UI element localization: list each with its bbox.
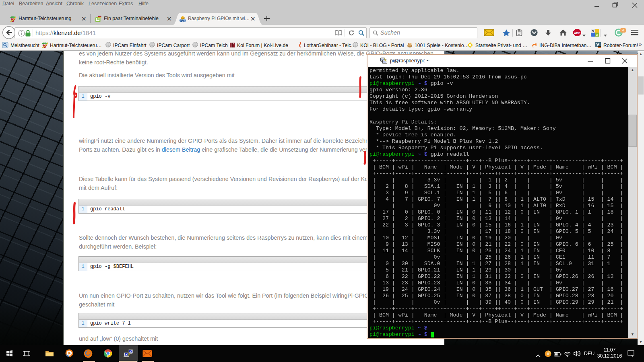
svg-text:3: 3 <box>596 33 598 37</box>
svg-text:S: S <box>592 29 594 33</box>
svg-text:ABP: ABP <box>574 31 580 35</box>
